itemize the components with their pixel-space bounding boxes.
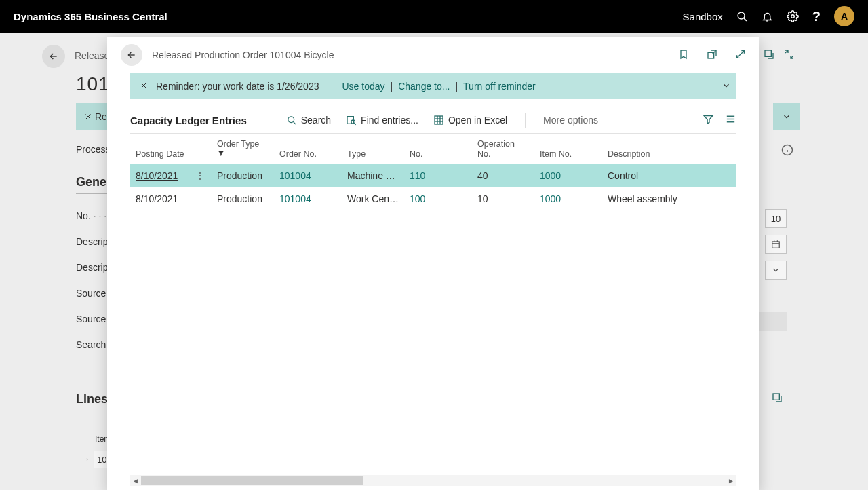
scroll-track[interactable]	[141, 476, 726, 485]
cell-item-no[interactable]: 1000	[534, 170, 602, 181]
cell-order-type: Production	[212, 193, 274, 204]
gear-icon[interactable]	[787, 10, 799, 22]
list-icon[interactable]	[725, 113, 736, 127]
chevron-down-icon[interactable]	[722, 81, 731, 92]
col-posting-date[interactable]: Posting Date	[130, 149, 212, 159]
find-entries-label: Find entries...	[361, 115, 418, 126]
modal-panel: Released Production Order 101004 Bicycle…	[107, 37, 760, 490]
scroll-thumb[interactable]	[141, 476, 363, 485]
filter-icon[interactable]	[703, 113, 714, 127]
section-header: Capacity Ledger Entries Search Find entr…	[130, 106, 736, 134]
more-options-label: More options	[543, 115, 598, 126]
notification-icon[interactable]	[762, 11, 773, 22]
search-button[interactable]: Search	[287, 115, 331, 126]
use-today-link[interactable]: Use today	[342, 81, 384, 92]
horizontal-scrollbar[interactable]: ◄ ►	[130, 475, 736, 486]
capacity-ledger-table: Posting Date Order Type Order No. Type N…	[130, 134, 736, 475]
scroll-right-icon[interactable]: ►	[726, 477, 736, 485]
table-row[interactable]: 8/10/2021 Production 101004 Work Center …	[130, 187, 736, 210]
sandbox-label: Sandbox	[683, 11, 723, 22]
cell-operation-no: 40	[472, 170, 534, 181]
col-operation-no[interactable]: Operation No.	[472, 139, 534, 159]
cell-no[interactable]: 110	[404, 170, 472, 181]
cell-posting-date[interactable]: 8/10/2021 ⋮	[130, 170, 212, 181]
posting-date-value: 8/10/2021	[136, 193, 178, 204]
reminder-bar: Reminder: your work date is 1/26/2023 Us…	[130, 73, 736, 99]
col-order-no[interactable]: Order No.	[274, 149, 342, 159]
table-row[interactable]: 8/10/2021 ⋮ Production 101004 Machine Ce…	[130, 164, 736, 187]
avatar[interactable]: A	[834, 6, 854, 26]
app-title: Dynamics 365 Business Central	[14, 11, 167, 22]
col-description[interactable]: Description	[602, 149, 711, 159]
svg-line-18	[293, 121, 296, 124]
divider	[269, 113, 269, 128]
cell-order-type: Production	[212, 170, 274, 181]
topbar: Dynamics 365 Business Central Sandbox ? …	[0, 0, 868, 33]
cell-description: Control	[602, 170, 711, 181]
svg-point-2	[791, 15, 795, 18]
scroll-left-icon[interactable]: ◄	[130, 477, 141, 485]
cell-posting-date[interactable]: 8/10/2021	[130, 193, 212, 204]
search-label: Search	[301, 115, 331, 126]
cell-no[interactable]: 100	[404, 193, 472, 204]
search-icon[interactable]	[736, 11, 748, 22]
modal-header: Released Production Order 101004 Bicycle	[107, 37, 760, 73]
topbar-right: Sandbox ? A	[683, 6, 854, 26]
change-to-link[interactable]: Change to...	[398, 81, 450, 92]
cell-order-no[interactable]: 101004	[274, 170, 342, 181]
open-excel-button[interactable]: Open in Excel	[433, 115, 507, 126]
table-head: Posting Date Order Type Order No. Type N…	[130, 134, 736, 164]
reminder-text: Reminder: your work date is 1/26/2023	[156, 81, 319, 92]
more-options-button[interactable]: More options	[543, 115, 598, 126]
separator: |	[455, 81, 458, 92]
posting-date-value: 8/10/2021	[136, 170, 178, 181]
svg-point-17	[288, 116, 294, 122]
col-item-no[interactable]: Item No.	[534, 149, 602, 159]
divider	[525, 113, 526, 128]
modal-title: Released Production Order 101004 Bicycle	[152, 50, 334, 60]
svg-line-21	[355, 124, 356, 125]
help-icon[interactable]: ?	[812, 9, 821, 24]
back-button[interactable]	[121, 44, 142, 66]
col-order-type[interactable]: Order Type	[212, 139, 274, 159]
expand-icon[interactable]	[735, 49, 746, 62]
separator: |	[391, 81, 393, 92]
section-title: Capacity Ledger Entries	[130, 115, 247, 126]
bookmark-icon[interactable]	[678, 48, 689, 62]
cell-type: Machine Ce...	[342, 170, 404, 181]
cell-order-no[interactable]: 101004	[274, 193, 342, 204]
turn-off-link[interactable]: Turn off reminder	[463, 81, 536, 92]
cell-item-no[interactable]: 1000	[534, 193, 602, 204]
popout-icon[interactable]	[707, 49, 717, 62]
cell-type: Work Center	[342, 193, 404, 204]
col-order-type-label: Order Type	[217, 139, 259, 149]
cell-operation-no: 10	[472, 193, 534, 204]
svg-point-0	[738, 12, 745, 19]
col-type[interactable]: Type	[342, 149, 404, 159]
find-entries-button[interactable]: Find entries...	[346, 115, 418, 126]
svg-rect-22	[435, 116, 443, 124]
svg-point-20	[351, 120, 355, 124]
row-actions-icon[interactable]: ⋮	[194, 170, 206, 181]
cell-description: Wheel assembly	[602, 193, 711, 204]
svg-line-1	[743, 18, 746, 20]
open-excel-label: Open in Excel	[448, 115, 507, 126]
col-no[interactable]: No.	[404, 149, 472, 159]
close-icon[interactable]	[137, 81, 151, 92]
